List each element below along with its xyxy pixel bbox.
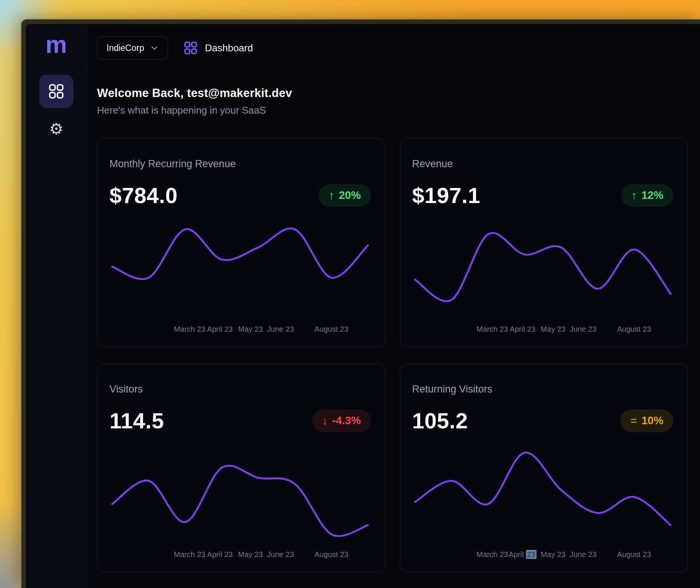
trend-up-icon: ↑ xyxy=(631,189,637,202)
axis-tick-label: June 23 xyxy=(570,325,597,334)
sidebar: m ⚙ xyxy=(26,24,87,588)
x-axis: March 23April 23May 23June 23August 23 xyxy=(109,550,371,562)
axis-tick-label: March 23 xyxy=(174,550,205,559)
organization-name: IndieCorp xyxy=(106,43,144,53)
axis-tick-label: May 23 xyxy=(238,325,263,334)
line-chart xyxy=(109,215,371,323)
trend-badge: ↑ 20% xyxy=(319,184,370,207)
app-root: m ⚙ IndieCorp xyxy=(26,24,700,588)
topbar: IndieCorp Dashboard xyxy=(87,24,700,72)
content: Welcome Back, test@makerkit.dev Here's w… xyxy=(87,72,700,588)
trend-badge: = 10% xyxy=(620,409,673,432)
chart-line xyxy=(415,233,671,301)
metric-title: Visitors xyxy=(109,383,371,395)
chevron-down-icon xyxy=(150,44,159,52)
main-area: IndieCorp Dashboard Welcome Ba xyxy=(87,24,700,588)
axis-tick-label: May 23 xyxy=(541,550,566,559)
axis-tick-label: August 23 xyxy=(315,550,348,559)
axis-tick-label: March 23 xyxy=(174,325,205,334)
dashboard-grid-icon xyxy=(48,83,65,100)
axis-tick-label: August 23 xyxy=(315,325,348,334)
metric-title: Returning Visitors xyxy=(412,383,674,395)
page-title: Dashboard xyxy=(205,42,253,54)
metric-value: 105.2 xyxy=(412,408,468,433)
trend-label: 20% xyxy=(339,189,361,202)
axis-tick-label: August 23 xyxy=(617,550,651,559)
chart-line xyxy=(415,453,671,525)
axis-tick-label: March 23 xyxy=(476,550,508,559)
metric-title: Monthly Recurring Revenue xyxy=(109,158,371,170)
x-axis: March 23April 23May 23June 23August 23 xyxy=(412,550,674,562)
axis-tick-label: April 23 xyxy=(207,325,233,334)
axis-tick-label: April 23 xyxy=(510,325,535,334)
trend-badge: ↓ -4.3% xyxy=(312,409,371,432)
sidebar-item-dashboard[interactable] xyxy=(39,75,73,108)
axis-tick-label: August 23 xyxy=(617,325,651,334)
organization-selector[interactable]: IndieCorp xyxy=(97,36,168,60)
metric-card-returning-visitors: Returning Visitors 105.2 = 10% March 23A… xyxy=(400,363,688,573)
metric-card-visitors: Visitors 114.5 ↓ -4.3% March 23April 23M… xyxy=(97,363,385,573)
metric-card-mrr: Monthly Recurring Revenue $784.0 ↑ 20% M… xyxy=(97,138,385,347)
line-chart xyxy=(109,440,371,548)
app-window: m ⚙ IndieCorp xyxy=(21,19,700,588)
trend-down-icon: ↓ xyxy=(322,414,328,427)
welcome-heading: Welcome Back, test@makerkit.dev xyxy=(97,86,688,100)
chart-line xyxy=(112,228,368,279)
metric-title: Revenue xyxy=(412,158,674,170)
breadcrumb: Dashboard xyxy=(183,40,253,55)
axis-tick-label: June 23 xyxy=(570,550,597,559)
metric-value: $197.1 xyxy=(412,183,480,208)
dashboard-grid-icon xyxy=(183,40,198,55)
welcome-subtitle: Here's what is happening in your SaaS xyxy=(97,105,688,116)
metric-value: $784.0 xyxy=(109,183,177,208)
axis-tick-label: April 23 xyxy=(207,550,233,559)
axis-tick-label: May 23 xyxy=(238,550,263,559)
axis-tick-label: April 23 xyxy=(509,550,537,559)
makerkit-logo: m xyxy=(46,32,67,57)
selected-text: 23 xyxy=(526,550,537,559)
trend-label: 12% xyxy=(641,189,663,202)
line-chart xyxy=(412,440,674,548)
x-axis: March 23April 23May 23June 23August 23 xyxy=(109,325,371,336)
axis-tick-label: June 23 xyxy=(267,325,294,334)
x-axis: March 23April 23May 23June 23August 23 xyxy=(412,325,674,336)
trend-flat-icon: = xyxy=(630,414,637,427)
trend-badge: ↑ 12% xyxy=(621,184,673,207)
line-chart xyxy=(412,215,674,323)
trend-label: 10% xyxy=(641,414,663,427)
axis-tick-label: May 23 xyxy=(541,325,566,334)
metric-card-revenue: Revenue $197.1 ↑ 12% March 23April 23May… xyxy=(400,138,688,347)
sidebar-item-settings[interactable]: ⚙ xyxy=(39,119,73,140)
trend-up-icon: ↑ xyxy=(328,189,334,202)
metrics-grid: Monthly Recurring Revenue $784.0 ↑ 20% M… xyxy=(97,138,688,573)
gear-icon: ⚙ xyxy=(49,121,63,137)
axis-tick-label: June 23 xyxy=(267,550,294,559)
chart-line xyxy=(112,466,368,536)
trend-label: -4.3% xyxy=(332,414,361,427)
metric-value: 114.5 xyxy=(109,408,164,433)
axis-tick-label: March 23 xyxy=(476,325,508,334)
